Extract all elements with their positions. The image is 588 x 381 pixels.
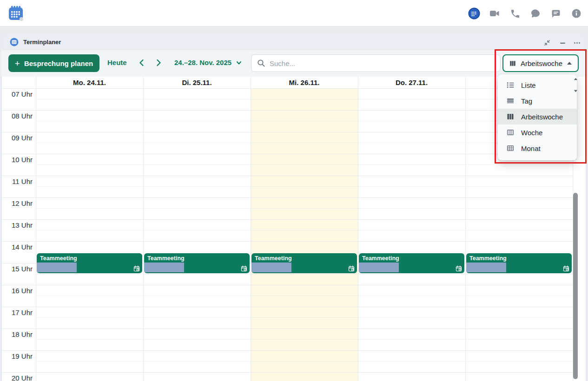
busy-indicator-bar (37, 263, 77, 272)
panel-calendar-icon (10, 38, 19, 46)
week-view-icon (507, 129, 514, 136)
half-hour-line (36, 143, 573, 143)
minimize-icon[interactable] (558, 39, 567, 46)
recurring-event-icon (348, 265, 355, 272)
column-line (465, 77, 466, 381)
comment-icon[interactable] (550, 7, 562, 20)
event-teammeeting[interactable]: Teammeeting (37, 253, 142, 273)
view-selector-label: Arbeitswoche (521, 59, 562, 67)
hour-label: 12 Uhr (0, 199, 33, 207)
hour-label: 18 Uhr (0, 330, 33, 338)
info-icon[interactable] (570, 7, 582, 20)
hour-line (2, 241, 573, 242)
more-options-icon[interactable] (573, 39, 581, 46)
workweek-view-icon (509, 60, 516, 67)
plan-meeting-button[interactable]: + Besprechung planen (8, 54, 99, 72)
event-teammeeting[interactable]: Teammeeting (359, 253, 464, 273)
half-hour-line (36, 339, 573, 340)
half-hour-line (36, 99, 573, 99)
hour-label: 08 Uhr (0, 112, 33, 120)
today-button[interactable]: Heute (107, 59, 127, 66)
event-title: Teammeeting (362, 255, 399, 262)
terminplaner-active-icon[interactable] (468, 7, 480, 20)
scroll-up-icon[interactable] (573, 77, 578, 82)
date-range-picker[interactable]: 24.–28. Nov. 2025 (174, 59, 242, 66)
busy-indicator-bar (466, 263, 506, 272)
hour-label: 16 Uhr (0, 287, 33, 295)
hour-line (2, 154, 573, 154)
column-line (36, 77, 36, 381)
event-title: Teammeeting (255, 255, 292, 262)
calendar-grid-body[interactable] (36, 89, 573, 381)
header-divider (2, 88, 573, 89)
view-menu: Liste Tag Arbeitswoche Woche Monat (498, 74, 577, 160)
chevron-down-icon (236, 59, 242, 66)
month-view-icon (507, 145, 514, 152)
panel-header (1, 33, 586, 50)
menu-item-label: Arbeitswoche (521, 113, 563, 121)
menu-item-label: Tag (521, 97, 532, 105)
day-header: Do. 27.11. (358, 79, 465, 88)
workweek-view-icon (507, 113, 514, 120)
half-hour-line (36, 361, 573, 361)
half-hour-line (36, 317, 573, 318)
hour-label: 09 Uhr (0, 134, 33, 142)
menu-item-monat[interactable]: Monat (498, 140, 577, 156)
hour-line (2, 132, 573, 132)
chevron-right-icon[interactable] (153, 58, 164, 68)
menu-item-tag[interactable]: Tag (498, 93, 577, 109)
hour-label: 20 Uhr (0, 374, 33, 381)
view-selector-button[interactable]: Arbeitswoche (502, 54, 579, 72)
recurring-event-icon (456, 265, 462, 272)
day-view-icon (507, 97, 514, 105)
menu-item-label: Liste (521, 81, 536, 89)
hour-label: 19 Uhr (0, 352, 33, 360)
recurring-event-icon (563, 265, 569, 272)
hour-line (2, 307, 573, 307)
list-view-icon (507, 81, 514, 89)
collapse-icon[interactable] (543, 39, 551, 46)
recurring-event-icon (241, 265, 247, 272)
busy-indicator-bar (359, 263, 399, 272)
menu-item-label: Woche (521, 129, 542, 137)
menu-item-label: Monat (521, 145, 541, 152)
hour-label: 10 Uhr (0, 156, 33, 164)
search-input[interactable] (270, 59, 495, 67)
hour-line (2, 176, 573, 176)
search-icon (257, 59, 265, 67)
column-line (251, 77, 251, 381)
hour-label: 17 Uhr (0, 309, 33, 316)
hour-label: 15 Uhr (0, 265, 33, 273)
day-header: Mi. 26.11. (251, 79, 358, 88)
phone-icon[interactable] (509, 7, 521, 20)
menu-item-liste[interactable]: Liste (498, 77, 577, 93)
column-line (358, 77, 358, 381)
recurring-event-icon (133, 265, 140, 272)
menu-item-woche[interactable]: Woche (498, 125, 577, 140)
busy-indicator-bar (251, 263, 291, 272)
video-call-icon[interactable] (489, 7, 501, 20)
hour-line (2, 110, 573, 111)
search-box[interactable] (251, 54, 501, 72)
vertical-scrollbar[interactable] (573, 193, 578, 379)
chevron-left-icon[interactable] (137, 58, 147, 68)
hour-line (2, 350, 573, 351)
event-title: Teammeeting (147, 255, 185, 262)
hour-line (2, 285, 573, 285)
app-logo-calendar-icon (7, 4, 25, 22)
event-teammeeting[interactable]: Teammeeting (144, 253, 250, 273)
event-teammeeting[interactable]: Teammeeting (466, 253, 572, 273)
event-teammeeting[interactable]: Teammeeting (251, 253, 357, 273)
half-hour-line (36, 121, 573, 121)
day-header: Di. 25.11. (143, 79, 251, 88)
scroll-down-icon[interactable] (573, 88, 578, 93)
menu-item-arbeitswoche[interactable]: Arbeitswoche (498, 109, 577, 125)
chat-icon[interactable] (529, 7, 542, 20)
hour-line (2, 197, 573, 198)
plus-icon: + (15, 59, 20, 68)
hour-line (2, 219, 573, 220)
half-hour-line (36, 186, 573, 187)
hour-line (2, 372, 573, 373)
hour-line (2, 328, 573, 329)
half-hour-line (36, 164, 573, 165)
